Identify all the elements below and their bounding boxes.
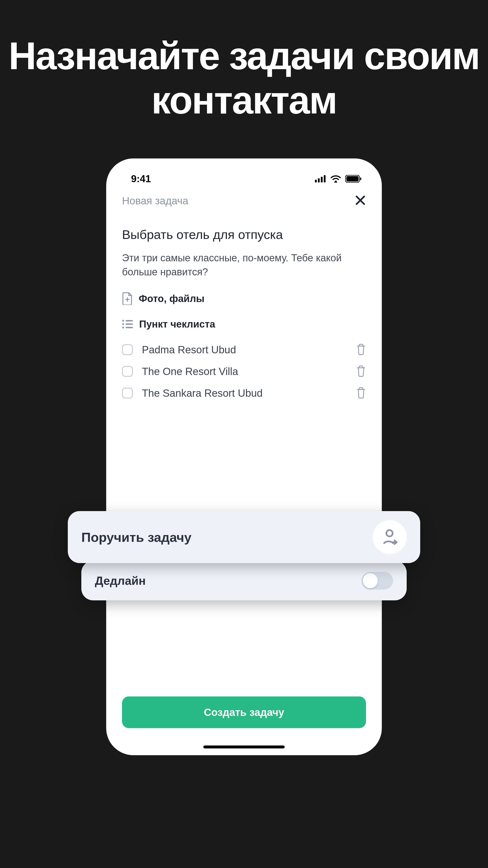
checklist-header: Пункт чеклиста	[122, 318, 366, 330]
create-task-button[interactable]: Создать задачу	[122, 696, 366, 728]
checklist-item-label[interactable]: The Sankara Resort Ubud	[142, 387, 347, 399]
trash-icon	[356, 365, 366, 377]
list-item: Padma Resort Ubud	[122, 339, 366, 361]
delete-item-button[interactable]	[356, 365, 366, 378]
attach-files-button[interactable]: Фото, файлы	[122, 292, 366, 305]
svg-rect-6	[346, 176, 359, 182]
list-item: The One Resort Villa	[122, 361, 366, 382]
svg-point-12	[122, 327, 124, 329]
svg-rect-9	[126, 320, 133, 321]
list-item: The Sankara Resort Ubud	[122, 382, 366, 404]
svg-point-8	[122, 320, 124, 322]
floating-cards: Поручить задачу Дедлайн	[97, 511, 391, 600]
svg-rect-11	[126, 323, 133, 325]
task-description-input[interactable]: Эти три самые классные, по-моему. Тебе к…	[122, 251, 366, 279]
svg-rect-3	[324, 175, 326, 182]
svg-rect-1	[318, 178, 320, 182]
svg-rect-7	[360, 178, 361, 180]
svg-point-10	[122, 323, 124, 325]
status-time: 9:41	[131, 173, 151, 184]
delete-item-button[interactable]	[356, 387, 366, 399]
svg-rect-2	[321, 177, 323, 182]
home-indicator[interactable]	[203, 745, 285, 748]
deadline-card[interactable]: Дедлайн	[81, 561, 407, 600]
toggle-knob	[363, 573, 378, 588]
close-button[interactable]	[355, 195, 366, 207]
screen-header: Новая задача	[106, 188, 382, 207]
checkbox[interactable]	[122, 344, 133, 355]
status-bar: 9:41	[106, 158, 382, 188]
checkbox[interactable]	[122, 366, 133, 377]
wifi-icon	[330, 175, 341, 183]
checklist-header-label: Пункт чеклиста	[139, 318, 215, 330]
deadline-toggle[interactable]	[361, 572, 393, 590]
task-title-input[interactable]: Выбрать отель для отпуска	[122, 227, 366, 242]
trash-icon	[356, 387, 366, 399]
deadline-label: Дедлайн	[95, 574, 146, 587]
assign-task-label: Поручить задачу	[81, 530, 191, 545]
person-arrow-icon	[381, 528, 398, 546]
checkbox[interactable]	[122, 388, 133, 399]
phone-frame: 9:41 Новая задача Выбрать отель для отпу…	[106, 158, 382, 755]
assign-contact-button[interactable]	[373, 520, 407, 554]
svg-point-14	[386, 530, 393, 536]
checklist-icon	[122, 319, 133, 329]
trash-icon	[356, 343, 366, 355]
file-add-icon	[122, 292, 133, 305]
assign-task-card[interactable]: Поручить задачу	[68, 511, 420, 563]
close-icon	[355, 195, 366, 206]
cellular-icon	[315, 175, 326, 182]
status-icons	[315, 175, 361, 183]
attach-label: Фото, файлы	[139, 293, 204, 304]
task-form: Выбрать отель для отпуска Эти три самые …	[106, 207, 382, 755]
svg-rect-0	[315, 180, 317, 182]
create-task-label: Создать задачу	[204, 706, 284, 718]
svg-point-4	[335, 181, 337, 182]
delete-item-button[interactable]	[356, 343, 366, 356]
phone-area: 9:41 Новая задача Выбрать отель для отпу…	[97, 158, 391, 755]
checklist-item-label[interactable]: The One Resort Villa	[142, 365, 347, 377]
checklist-item-label[interactable]: Padma Resort Ubud	[142, 344, 347, 356]
promo-headline: Назначайте задачи своим контактам	[0, 34, 488, 122]
svg-rect-13	[126, 327, 133, 328]
battery-icon	[345, 175, 361, 183]
screen-title: Новая задача	[122, 195, 188, 207]
